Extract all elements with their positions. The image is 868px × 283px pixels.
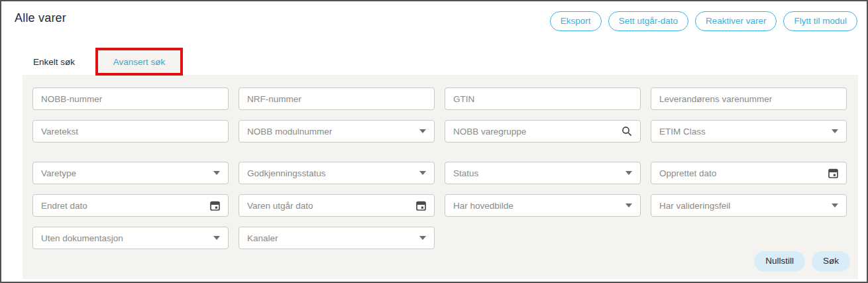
filter-field-etim-class[interactable]: ETIM Class [651, 120, 847, 142]
chevron-down-icon [419, 129, 426, 133]
filter-field-varen-utgar-dato[interactable]: Varen utgår dato [239, 194, 435, 217]
app-window: Alle varer EksportSett utgår-datoReaktiv… [0, 0, 868, 283]
field-placeholder: Status [453, 168, 478, 178]
search-button[interactable]: Søk [812, 251, 850, 272]
calendar-icon [416, 201, 426, 211]
field-placeholder: Varetype [41, 168, 76, 178]
chevron-down-icon [213, 236, 220, 240]
filter-grid-bottom: VaretypeGodkjenningsstatusStatusOpprette… [32, 162, 847, 249]
field-placeholder: Uten dokumentasjon [41, 233, 123, 243]
flytt-til-modul-button[interactable]: Flytt til modul [783, 11, 857, 31]
field-placeholder: NOBB modulnummer [247, 127, 332, 137]
filter-field-varetype[interactable]: Varetype [32, 162, 229, 184]
chevron-down-icon [625, 171, 632, 175]
filter-field-leverandorens-varenummer[interactable]: Leverandørens varenummer [651, 87, 847, 110]
page-title: Alle varer [15, 11, 66, 25]
filter-field-nobb-nummer[interactable]: NOBB-nummer [32, 87, 229, 110]
field-placeholder: Endret dato [41, 201, 87, 211]
calendar-icon [828, 168, 838, 178]
advanced-search-panel: NOBB-nummerNRF-nummerGTINLeverandørens v… [23, 75, 858, 279]
field-placeholder: Kanaler [247, 233, 278, 243]
filter-grid-top: NOBB-nummerNRF-nummerGTINLeverandørens v… [32, 87, 847, 142]
reset-button[interactable]: Nullstill [754, 251, 805, 272]
filter-field-har-valideringsfeil[interactable]: Har valideringsfeil [651, 194, 847, 217]
filter-field-kanaler[interactable]: Kanaler [239, 227, 435, 249]
sett-utgar-dato-button[interactable]: Sett utgår-dato [608, 11, 688, 31]
field-placeholder: Varen utgår dato [247, 201, 313, 211]
chevron-down-icon [832, 203, 838, 207]
field-placeholder: Varetekst [41, 127, 78, 137]
filter-field-nobb-varegruppe[interactable]: NOBB varegruppe [445, 120, 641, 142]
field-placeholder: NOBB-nummer [41, 94, 102, 104]
field-placeholder: NRF-nummer [247, 94, 301, 104]
chevron-down-icon [419, 171, 426, 175]
field-placeholder: Har valideringsfeil [659, 201, 730, 211]
field-placeholder: Opprettet dato [659, 168, 716, 178]
field-placeholder: Leverandørens varenummer [659, 94, 772, 104]
footer-actions: Nullstill Søk [754, 251, 850, 272]
reaktiver-varer-button[interactable]: Reaktiver varer [695, 11, 777, 31]
eksport-button[interactable]: Eksport [550, 11, 602, 31]
header-action-buttons: EksportSett utgår-datoReaktiver varerFly… [550, 11, 857, 31]
page-header: Alle varer EksportSett utgår-datoReaktiv… [1, 1, 867, 31]
field-placeholder: Har hovedbilde [453, 201, 514, 211]
filter-field-opprettet-dato[interactable]: Opprettet dato [651, 162, 847, 184]
tab-enkelt-sok[interactable]: Enkelt søk [33, 57, 75, 67]
calendar-icon [210, 201, 220, 211]
filter-field-gtin[interactable]: GTIN [445, 87, 641, 110]
chevron-down-icon [625, 203, 632, 207]
chevron-down-icon [832, 129, 838, 133]
filter-field-har-hovedbilde[interactable]: Har hovedbilde [445, 194, 641, 217]
search-icon [622, 126, 632, 137]
annotation-highlight-box: Avansert søk [95, 48, 183, 76]
field-placeholder: ETIM Class [659, 127, 706, 137]
field-placeholder: Godkjenningsstatus [247, 168, 326, 178]
filter-field-endret-dato[interactable]: Endret dato [32, 194, 229, 217]
filter-field-godkjenningsstatus[interactable]: Godkjenningsstatus [239, 162, 435, 184]
field-placeholder: NOBB varegruppe [453, 127, 526, 137]
filter-field-varetekst[interactable]: Varetekst [32, 120, 229, 142]
filter-field-nrf-nummer[interactable]: NRF-nummer [239, 87, 435, 110]
field-placeholder: GTIN [453, 94, 474, 104]
filter-field-status[interactable]: Status [445, 162, 641, 184]
chevron-down-icon [419, 236, 426, 240]
filter-field-nobb-modulnummer[interactable]: NOBB modulnummer [239, 120, 435, 142]
filter-field-uten-dokumentasjon[interactable]: Uten dokumentasjon [32, 227, 229, 249]
chevron-down-icon [213, 171, 220, 175]
tab-avansert-sok[interactable]: Avansert søk [98, 50, 180, 73]
